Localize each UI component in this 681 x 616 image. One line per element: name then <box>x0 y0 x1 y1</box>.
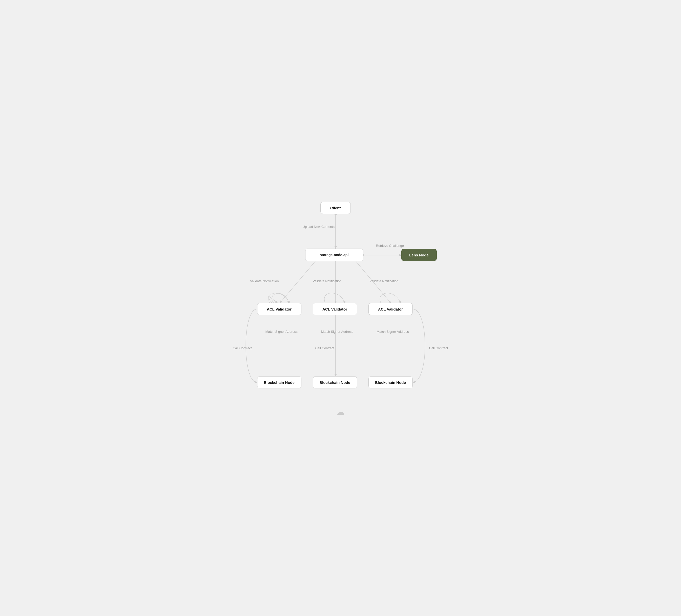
acl-validator-2-node: ACL Validator <box>313 303 357 315</box>
validate-notification-2-label: Validate Notification <box>313 279 342 283</box>
retrieve-challenge-label: Retrieve Challenge <box>376 243 404 248</box>
acl-validator-3-node: ACL Validator <box>369 303 413 315</box>
acl-validator-3-label: ACL Validator <box>378 307 403 311</box>
blockchain-node-1-label: Blockchain Node <box>264 380 295 385</box>
cloud-icon: ☁ <box>336 407 345 417</box>
lens-node: Lens Node <box>401 249 437 261</box>
diagram-container: Client storage-node-api Lens Node ACL Va… <box>227 194 454 422</box>
validate-notification-1-label: Validate Notification <box>250 279 279 283</box>
call-contract-2-label: Call Contract <box>316 346 334 351</box>
storage-api-label: storage-node-api <box>320 253 349 257</box>
client-node: Client <box>320 202 351 214</box>
blockchain-node-3: Blockchain Node <box>369 376 413 388</box>
client-label: Client <box>330 206 341 210</box>
acl-validator-2-label: ACL Validator <box>322 307 347 311</box>
match-signer-1-label: Match Signer Address <box>266 330 298 334</box>
acl-validator-1-label: ACL Validator <box>267 307 292 311</box>
call-contract-3-label: Call Contract <box>429 346 448 351</box>
match-signer-2-label: Match Signer Address <box>321 330 353 334</box>
validate-notification-3-label: Validate Notification <box>370 279 399 283</box>
blockchain-node-2-label: Blockchain Node <box>319 380 350 385</box>
match-signer-3-label: Match Signer Address <box>377 330 409 334</box>
lens-node-label: Lens Node <box>409 253 429 257</box>
blockchain-node-3-label: Blockchain Node <box>375 380 406 385</box>
acl-validator-1-node: ACL Validator <box>257 303 301 315</box>
blockchain-node-1: Blockchain Node <box>257 376 301 388</box>
upload-new-contents-label: Upload New Contents <box>303 225 334 229</box>
blockchain-node-2: Blockchain Node <box>313 376 357 388</box>
storage-api-node: storage-node-api <box>305 249 363 261</box>
call-contract-1-label: Call Contract <box>233 346 252 351</box>
